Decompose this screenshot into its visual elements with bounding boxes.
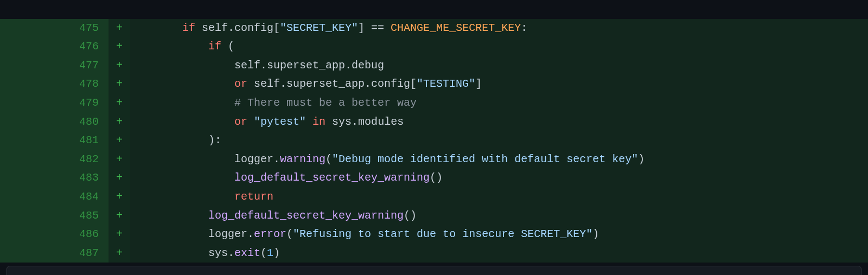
line-number-old[interactable] — [0, 56, 54, 75]
code-token: () — [430, 171, 443, 184]
code-cell[interactable]: log_default_secret_key_warning() — [130, 169, 868, 188]
code-token: ( — [221, 40, 234, 53]
code-cell[interactable]: logger.warning("Debug mode identified wi… — [130, 150, 868, 169]
code-cell[interactable]: # There must be a better way — [130, 94, 868, 113]
diff-line: 486+ logger.error("Refusing to start due… — [0, 225, 868, 244]
code-token: log_default_secret_key_warning — [234, 171, 430, 184]
line-number-new[interactable]: 474 — [54, 0, 108, 4]
code-token: "SECRET_KEY" — [280, 22, 358, 34]
line-number-old[interactable]: 473 — [0, 0, 54, 4]
code-token — [130, 190, 234, 203]
line-number-new[interactable]: 476 — [54, 37, 108, 56]
line-number-old[interactable] — [0, 75, 54, 94]
code-cell[interactable]: sys.exit(1) — [130, 244, 868, 263]
line-number-new[interactable]: 477 — [54, 56, 108, 75]
code-token: ] — [475, 78, 482, 90]
diff-marker: + — [108, 37, 130, 56]
code-token: exit — [234, 247, 260, 259]
code-token: # There must be a better way — [234, 97, 417, 109]
code-token: : — [521, 22, 527, 34]
diff-marker — [108, 0, 130, 4]
line-number-new[interactable]: 480 — [54, 113, 108, 132]
code-token: logger. — [234, 153, 280, 165]
code-token — [130, 171, 234, 184]
line-number-old[interactable] — [0, 19, 54, 38]
code-token: ): — [208, 134, 221, 146]
line-number-new[interactable]: 475 — [54, 19, 108, 38]
line-number-old[interactable] — [0, 169, 54, 188]
code-token: ) — [592, 228, 599, 240]
line-number-new[interactable]: 487 — [54, 244, 108, 263]
line-number-old[interactable] — [0, 113, 54, 132]
line-number-old[interactable] — [0, 150, 54, 169]
line-number-new[interactable]: 485 — [54, 207, 108, 226]
line-number-old[interactable] — [0, 207, 54, 226]
diff-marker: + — [108, 113, 130, 132]
line-number-new[interactable]: 479 — [54, 94, 108, 113]
code-cell[interactable]: if self.config["SECRET_KEY"] == CHANGE_M… — [130, 19, 868, 38]
line-number-new[interactable]: 484 — [54, 188, 108, 207]
line-number-new[interactable]: 486 — [54, 225, 108, 244]
code-cell[interactable]: or self.superset_app.config["TESTING"] — [130, 75, 868, 94]
comment-box-collapsed[interactable] — [7, 266, 861, 275]
line-number-old[interactable] — [0, 37, 54, 56]
diff-marker: + — [108, 169, 130, 188]
diff-marker: + — [108, 131, 130, 150]
diff-line: 477+ self.superset_app.debug — [0, 56, 868, 75]
code-token — [130, 209, 208, 222]
line-number-new[interactable]: 478 — [54, 75, 108, 94]
code-token: "Debug mode identified with default secr… — [332, 153, 638, 165]
code-token — [130, 97, 234, 109]
code-token — [130, 59, 234, 72]
diff-marker: + — [108, 19, 130, 38]
diff-marker: + — [108, 244, 130, 263]
diff-line: 487+ sys.exit(1) — [0, 244, 868, 263]
code-token — [130, 116, 234, 128]
code-token — [130, 228, 208, 240]
code-token: () — [404, 209, 417, 222]
line-number-new[interactable]: 482 — [54, 150, 108, 169]
line-number-old[interactable] — [0, 94, 54, 113]
code-token: self.superset_app.config[ — [247, 78, 417, 90]
line-number-old[interactable] — [0, 225, 54, 244]
code-token — [130, 247, 208, 259]
line-number-new[interactable]: 481 — [54, 131, 108, 150]
line-number-new[interactable]: 483 — [54, 169, 108, 188]
code-token: self.superset_app.debug — [234, 59, 384, 72]
code-cell[interactable]: self.superset_app.debug — [130, 56, 868, 75]
code-token: log_default_secret_key_warning — [208, 209, 404, 222]
code-token: ( — [260, 247, 267, 259]
code-token: self.config[ — [195, 22, 280, 34]
code-token: sys.modules — [326, 116, 404, 128]
code-cell[interactable]: ): — [130, 131, 868, 150]
code-cell[interactable]: or "pytest" in sys.modules — [130, 113, 868, 132]
diff-line: 481+ ): — [0, 131, 868, 150]
diff-line: 479+ # There must be a better way — [0, 94, 868, 113]
code-token: error — [254, 228, 286, 240]
diff-line: 476+ if ( — [0, 37, 868, 56]
line-number-old[interactable] — [0, 244, 54, 263]
code-cell[interactable]: log_default_secret_key_warning() — [130, 207, 868, 226]
code-token: warning — [280, 153, 326, 165]
code-token: return — [234, 190, 273, 203]
code-token: if — [182, 22, 195, 34]
diff-marker: + — [108, 56, 130, 75]
code-token: ) — [638, 153, 644, 165]
diff-line: 480+ or "pytest" in sys.modules — [0, 113, 868, 132]
line-number-old[interactable] — [0, 131, 54, 150]
diff-line: 483+ log_default_secret_key_warning() — [0, 169, 868, 188]
code-token — [130, 22, 182, 34]
diff-marker: + — [108, 94, 130, 113]
code-token — [247, 116, 254, 128]
code-token: logger. — [208, 228, 254, 240]
code-token: ] == — [358, 22, 391, 34]
diff-marker: + — [108, 75, 130, 94]
line-number-old[interactable] — [0, 188, 54, 207]
code-token — [130, 40, 208, 53]
code-token: in — [312, 116, 326, 128]
code-cell[interactable]: if ( — [130, 37, 868, 56]
code-token: or — [234, 116, 247, 128]
code-cell[interactable]: return — [130, 188, 868, 207]
diff-marker: + — [108, 150, 130, 169]
code-cell[interactable]: logger.error("Refusing to start due to i… — [130, 225, 868, 244]
